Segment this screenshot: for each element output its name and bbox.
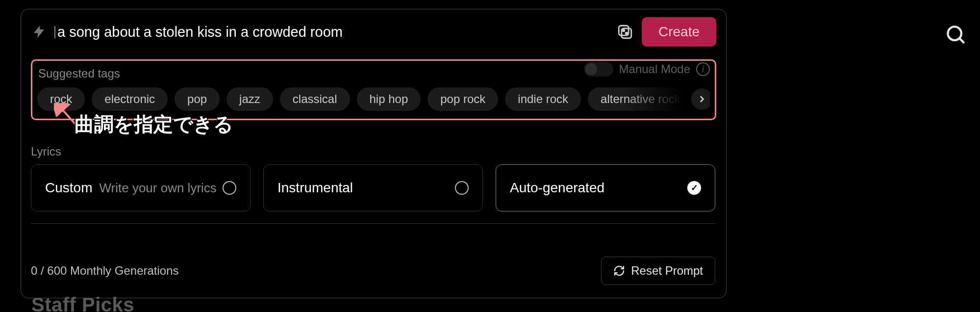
lyrics-card[interactable]: Instrumental bbox=[263, 164, 483, 211]
tag-chip[interactable]: jazz bbox=[226, 87, 273, 111]
lyrics-card-title: Instrumental bbox=[277, 180, 353, 195]
create-panel: a song about a stolen kiss in a crowded … bbox=[21, 9, 727, 298]
tag-chip[interactable]: electronic bbox=[92, 87, 168, 111]
lyrics-cards: CustomWrite your own lyricsInstrumentalA… bbox=[31, 164, 715, 211]
generation-count: 0 / 600 Monthly Generations bbox=[31, 264, 179, 278]
lyrics-card-sub: Write your own lyrics bbox=[99, 181, 216, 195]
lyrics-card-title: Auto-generated bbox=[510, 180, 604, 195]
create-button[interactable]: Create bbox=[642, 17, 716, 47]
reset-prompt-button[interactable]: Reset Prompt bbox=[601, 257, 715, 285]
shuffle-icon[interactable] bbox=[615, 22, 635, 42]
manual-mode-label: Manual Mode bbox=[619, 62, 690, 76]
tag-chip[interactable]: pop rock bbox=[427, 87, 498, 111]
tag-chip[interactable]: indie rock bbox=[505, 87, 581, 111]
lyrics-card[interactable]: Auto-generated bbox=[496, 164, 715, 211]
radio-checked-icon bbox=[687, 181, 701, 195]
annotation-text: 曲調を指定できる bbox=[75, 111, 233, 138]
staff-picks-heading: Staff Picks bbox=[31, 294, 134, 312]
prompt-text: a song about a stolen kiss in a crowded … bbox=[54, 24, 343, 40]
manual-mode-group: Manual Mode i bbox=[584, 62, 710, 77]
info-icon[interactable]: i bbox=[696, 62, 710, 76]
text-caret bbox=[54, 26, 55, 38]
reset-icon bbox=[613, 265, 625, 277]
prompt-row: a song about a stolen kiss in a crowded … bbox=[31, 18, 716, 46]
prompt-input[interactable]: a song about a stolen kiss in a crowded … bbox=[54, 24, 608, 40]
search-icon[interactable] bbox=[945, 24, 966, 45]
manual-mode-toggle[interactable] bbox=[584, 62, 613, 77]
svg-line-6 bbox=[959, 38, 963, 42]
tag-chip[interactable]: alternative rock bbox=[588, 87, 693, 111]
lyrics-label: Lyrics bbox=[31, 145, 61, 158]
reset-prompt-label: Reset Prompt bbox=[631, 264, 703, 278]
tags-scroll-right[interactable] bbox=[691, 88, 710, 110]
bolt-icon bbox=[31, 24, 48, 40]
tag-chip[interactable]: pop bbox=[175, 87, 220, 111]
radio-empty-icon bbox=[455, 181, 469, 195]
svg-point-3 bbox=[626, 32, 627, 34]
tag-chip[interactable]: classical bbox=[280, 87, 350, 111]
radio-empty-icon bbox=[223, 181, 236, 195]
suggested-tags-row: rockelectronicpopjazzclassicalhip hoppop… bbox=[37, 87, 710, 111]
tag-chip[interactable]: hip hop bbox=[357, 87, 421, 111]
toggle-thumb bbox=[585, 63, 597, 75]
lyrics-card[interactable]: CustomWrite your own lyrics bbox=[31, 164, 251, 211]
divider bbox=[31, 223, 715, 224]
lyrics-card-title: Custom bbox=[45, 180, 92, 195]
svg-point-2 bbox=[623, 29, 624, 31]
footer-row: 0 / 600 Monthly Generations Reset Prompt bbox=[31, 257, 715, 285]
